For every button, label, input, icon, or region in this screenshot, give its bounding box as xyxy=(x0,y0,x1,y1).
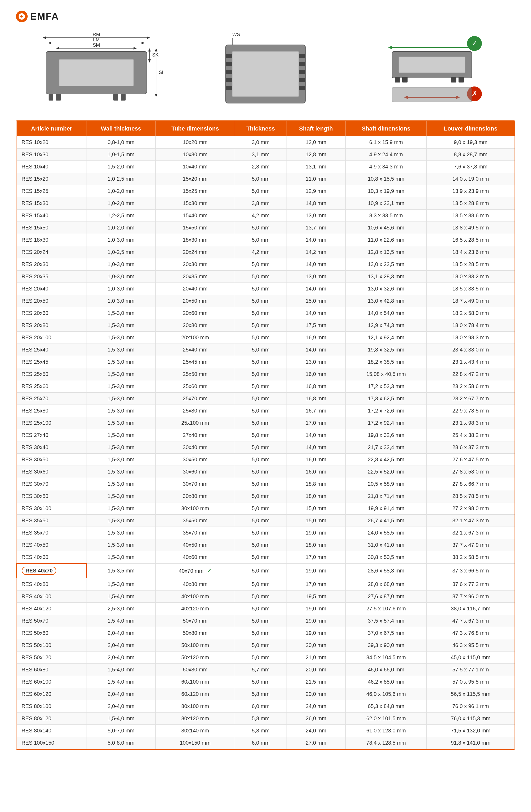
table-cell: 27x40 mm xyxy=(155,429,235,441)
table-cell: 16,0 mm xyxy=(287,368,346,380)
table-cell: 1,5-3,0 mm xyxy=(86,503,155,514)
table-cell: 56,5 x 115,5 mm xyxy=(427,688,515,700)
table-cell: RES 15x40 xyxy=(17,209,86,222)
table-row: RES 10x401,5-2,0 mm10x40 mm2,8 mm13,1 mm… xyxy=(17,161,515,173)
table-cell: 27,8 x 58,0 mm xyxy=(427,466,515,478)
table-cell: 30,8 x 50,5 mm xyxy=(346,551,427,564)
table-cell: 34,5 x 104,5 mm xyxy=(346,652,427,664)
table-cell: RES 30x40 xyxy=(17,441,86,454)
table-cell: 23,4 x 38,0 mm xyxy=(427,344,515,356)
table-cell: 7,6 x 37,8 mm xyxy=(427,161,515,173)
table-cell: 16,9 mm xyxy=(287,332,346,344)
table-cell: 1,0-3,0 mm xyxy=(86,295,155,307)
table-cell: 50x100 mm xyxy=(155,639,235,652)
table-cell: 5,0 mm xyxy=(235,527,287,539)
table-row: RES 40x601,5-3,0 mm40x60 mm5,0 mm17,0 mm… xyxy=(17,551,515,564)
table-cell: 40x100 mm xyxy=(155,591,235,603)
table-cell: 47,7 x 67,3 mm xyxy=(427,615,515,627)
table-cell: 24,0 x 58,5 mm xyxy=(346,527,427,539)
page-container: EMFA RM LM xyxy=(0,0,531,760)
table-row: RES 20x401,0-3,0 mm20x40 mm5,0 mm14,0 mm… xyxy=(17,283,515,295)
table-cell: 62,0 x 101,5 mm xyxy=(346,712,427,725)
table-cell: 18,5 x 38,5 mm xyxy=(427,283,515,295)
table-cell: 12,8 mm xyxy=(287,148,346,161)
table-row: RES 30x401,5-3,0 mm30x40 mm5,0 mm14,0 mm… xyxy=(17,441,515,454)
table-cell: RES 40x60 xyxy=(17,551,86,564)
table-cell: 13,7 mm xyxy=(287,222,346,234)
table-cell: RES 60x100 xyxy=(17,676,86,688)
table-row: RES 80x1201,5-4,0 mm80x120 mm5,8 mm26,0 … xyxy=(17,712,515,725)
table-cell: 22,8 x 47,2 mm xyxy=(427,368,515,380)
table-cell: 5,0 mm xyxy=(235,454,287,466)
col-wall-thickness: Wall thickness xyxy=(86,121,155,136)
table-cell: 10x40 mm xyxy=(155,161,235,173)
table-cell: 23,2 x 67,7 mm xyxy=(427,393,515,405)
table-cell: RES 20x50 xyxy=(17,295,86,307)
table-cell: RES 25x40 xyxy=(17,344,86,356)
table-cell: 11,0 mm xyxy=(287,173,346,185)
table-cell: RES 10x20 xyxy=(17,136,86,148)
table-cell: 37,7 x 47,9 mm xyxy=(427,539,515,551)
table-cell: 46,2 x 85,0 mm xyxy=(346,676,427,688)
logo: EMFA xyxy=(16,11,59,22)
table-cell: 20,0 mm xyxy=(287,664,346,676)
table-row: RES 25x801,5-3,0 mm25x80 mm5,0 mm16,7 mm… xyxy=(17,405,515,417)
svg-rect-49 xyxy=(451,77,457,83)
table-row: RES 25x401,5-3,0 mm25x40 mm5,0 mm14,0 mm… xyxy=(17,344,515,356)
table-cell: 2,0-4,0 mm xyxy=(86,688,155,700)
table-row: RES 100x1505,0-8,0 mm100x150 mm6,0 mm27,… xyxy=(17,737,515,749)
table-cell: 45,0 x 115,0 mm xyxy=(427,652,515,664)
table-row: RES 18x301,0-3,0 mm18x30 mm5,0 mm14,0 mm… xyxy=(17,234,515,246)
table-row: RES 60x1202,0-4,0 mm60x120 mm5,8 mm20,0 … xyxy=(17,688,515,700)
table-cell: RES 20x30 xyxy=(17,258,86,271)
table-cell: 28,5 x 78,5 mm xyxy=(427,490,515,503)
table-cell: 4,2 mm xyxy=(235,246,287,258)
table-cell: 5,0 mm xyxy=(235,627,287,639)
table-cell: 14,0 x 54,0 mm xyxy=(346,307,427,319)
table-cell: 10x30 mm xyxy=(155,148,235,161)
table-row: RES 20x241,0-2,5 mm20x24 mm4,2 mm14,2 mm… xyxy=(17,246,515,258)
table-cell: 1,5-3,0 mm xyxy=(86,368,155,380)
table-cell: 1,0-3,0 mm xyxy=(86,283,155,295)
table-cell: 14,0 mm xyxy=(287,283,346,295)
table-cell: 1,5-3,0 mm xyxy=(86,539,155,551)
table-cell: 20x100 mm xyxy=(155,332,235,344)
table-cell: 5,0 mm xyxy=(235,258,287,271)
table-cell: 21,7 x 32,4 mm xyxy=(346,441,427,454)
table-row: RES 15x251,0-2,0 mm15x25 mm5,0 mm12,9 mm… xyxy=(17,185,515,197)
table-cell: 5,0-8,0 mm xyxy=(86,737,155,749)
table-cell: 17,0 mm xyxy=(287,578,346,591)
table-row: RES 30x501,5-3,0 mm30x50 mm5,0 mm16,0 mm… xyxy=(17,454,515,466)
table-cell: 57,5 x 77,1 mm xyxy=(427,664,515,676)
table-cell: 5,0 mm xyxy=(235,466,287,478)
table-cell: 18,8 mm xyxy=(287,478,346,490)
table-cell: 60x120 mm xyxy=(155,688,235,700)
table-cell: 5,0 mm xyxy=(235,234,287,246)
table-cell: 28,6 x 37,3 mm xyxy=(427,441,515,454)
table-cell: 12,1 x 92,4 mm xyxy=(346,332,427,344)
table-cell: 80x100 mm xyxy=(155,700,235,712)
table-cell: 18,0 x 78,4 mm xyxy=(427,319,515,332)
table-row: RES 25x451,5-3,0 mm25x45 mm5,0 mm13,0 mm… xyxy=(17,356,515,368)
table-cell: 1,0-2,0 mm xyxy=(86,185,155,197)
svg-marker-25 xyxy=(155,94,157,97)
table-row: RES 40x1001,5-4,0 mm40x100 mm5,0 mm19,5 … xyxy=(17,591,515,603)
table-cell: 46,0 x 105,6 mm xyxy=(346,688,427,700)
table-cell: 17,3 x 62,5 mm xyxy=(346,393,427,405)
svg-rect-18 xyxy=(121,94,126,101)
table-cell: 1,5-4,0 mm xyxy=(86,712,155,725)
table-cell: 13,5 x 28,8 mm xyxy=(427,197,515,209)
diagram-3-svg: ✓ ✗ xyxy=(384,30,485,110)
table-cell: RES 40x50 xyxy=(17,539,86,551)
table-cell: RES 10x30 xyxy=(17,148,86,161)
table-cell: RES 80x100 xyxy=(17,700,86,712)
table-cell: 18,2 x 38,5 mm xyxy=(346,356,427,368)
table-row: RES 30x601,5-3,0 mm30x60 mm5,0 mm16,0 mm… xyxy=(17,466,515,478)
table-cell: 18,0 x 33,2 mm xyxy=(427,271,515,283)
table-row: RES 15x501,0-2,0 mm15x50 mm5,0 mm13,7 mm… xyxy=(17,222,515,234)
table-cell: 1,5-3,0 mm xyxy=(86,429,155,441)
table-row: RES 25x601,5-3,0 mm25x60 mm5,0 mm16,8 mm… xyxy=(17,380,515,393)
table-cell: 20,0 mm xyxy=(287,688,346,700)
diagram-3: ✓ ✗ xyxy=(354,30,515,110)
table-cell: RES 30x60 xyxy=(17,466,86,478)
